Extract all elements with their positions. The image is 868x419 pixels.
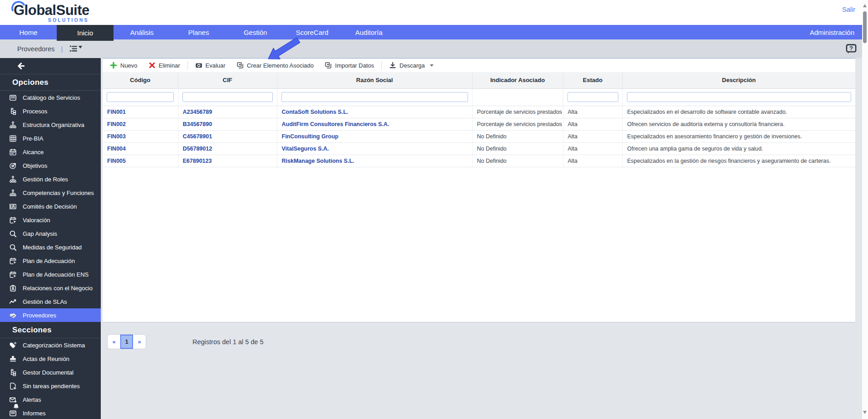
- sidebar-item-categorizacion-sistema[interactable]: Categorización Sistema: [0, 338, 101, 352]
- sidebar-item-medidas-de-seguridad[interactable]: Medidas de Seguridad: [0, 240, 101, 254]
- envelope-send-icon: [9, 396, 17, 404]
- breadcrumb-band: Proveedores | ?: [0, 39, 868, 58]
- filter-razon-social-input[interactable]: [281, 92, 468, 102]
- list-sort-icon[interactable]: [69, 44, 78, 53]
- nav-tab-gestion[interactable]: Gestión: [227, 25, 284, 39]
- cell-cif[interactable]: A23456789: [178, 106, 277, 118]
- copy-arrow-icon: [237, 62, 244, 69]
- cell-cif[interactable]: D56789012: [178, 142, 277, 155]
- catalog-icon: [9, 94, 17, 102]
- pager-prev-button[interactable]: «: [108, 335, 120, 349]
- sidebar-item-actas-de-reunion[interactable]: Actas de Reunión: [0, 352, 101, 365]
- hierarchy-icon: [9, 369, 17, 376]
- logout-link[interactable]: Salir: [842, 6, 855, 13]
- cell-codigo[interactable]: FIN005: [103, 155, 178, 167]
- sidebar-item-pre-bia[interactable]: Pre-BIA: [0, 132, 101, 145]
- sidebar-item-label: Actas de Reunión: [23, 356, 69, 362]
- badge-icon: [9, 284, 17, 292]
- cell-cif[interactable]: C45678901: [178, 130, 277, 142]
- sidebar-item-catalogo-de-servicios[interactable]: Catálogo de Servicios: [0, 91, 101, 104]
- sidebar-item-alcance[interactable]: Alcance: [0, 145, 101, 159]
- filter-descripcion-input[interactable]: [627, 92, 851, 102]
- sidebar-collapse-button[interactable]: [0, 58, 101, 74]
- sidebar-item-gap-analysis[interactable]: Gap Analysis: [0, 227, 101, 240]
- cell-descripcion: Ofrecen una amplia gama de seguros de vi…: [622, 142, 855, 155]
- breadcrumb: Proveedores: [17, 45, 54, 53]
- cell-codigo[interactable]: FIN004: [103, 142, 178, 155]
- scrollbar-thumb[interactable]: [863, 11, 867, 43]
- nav-tab-analisis[interactable]: Análisis: [113, 25, 170, 39]
- cell-razon[interactable]: AuditFirm Consultores Financieros S.A.: [277, 118, 472, 130]
- cell-razon[interactable]: ContaSoft Solutions S.L.: [277, 106, 472, 118]
- calendar-task-icon: [9, 271, 17, 278]
- sidebar-item-procesos[interactable]: Procesos: [0, 104, 101, 118]
- chevron-down-icon[interactable]: [79, 46, 82, 49]
- column-header-indicador-asociado[interactable]: Indicador Asociado: [472, 72, 563, 88]
- filter-codigo-input[interactable]: [107, 92, 174, 102]
- filter-estado-input[interactable]: [567, 92, 618, 102]
- toolbar-button-nuevo[interactable]: Nuevo: [104, 58, 143, 72]
- scrollbar-up-arrow-icon[interactable]: [863, 4, 867, 7]
- sidebar-item-label: Relaciones con el Negocio: [23, 285, 93, 292]
- cell-cif[interactable]: E67890123: [178, 155, 277, 167]
- nav-tab-planes[interactable]: Planes: [170, 25, 227, 39]
- help-icon[interactable]: ?: [845, 43, 857, 56]
- sidebar-item-comites-de-decision[interactable]: Comités de Decisión: [0, 200, 101, 213]
- sidebar-item-sin-tareas-pendientes[interactable]: Sin tareas pendientes: [0, 379, 101, 393]
- cell-indicador: No Definido: [472, 130, 563, 142]
- filter-cif-input[interactable]: [182, 92, 273, 102]
- cell-codigo[interactable]: FIN003: [103, 130, 178, 142]
- pagination-row: « 1 » Registros del 1 al 5 de 5: [103, 334, 868, 349]
- committee-icon: [9, 203, 17, 210]
- hierarchy-icon: [9, 107, 17, 115]
- table-row: FIN003C45678901FinConsulting GroupNo Def…: [103, 130, 855, 142]
- sidebar-item-plan-de-adecuacion-ens[interactable]: Plan de Adecuación ENS: [0, 268, 101, 281]
- sidebar-item-gestion-de-roles[interactable]: Gestión de Roles: [0, 172, 101, 186]
- column-header-razon-social[interactable]: Razón Social: [277, 72, 472, 88]
- doc-plus-icon: [9, 382, 17, 390]
- sidebar-item-valoracion[interactable]: Valoración: [0, 213, 101, 227]
- toolbar-button-importar-datos[interactable]: Importar Datos: [319, 58, 380, 72]
- toolbar-button-evaluar[interactable]: Evaluar: [190, 58, 231, 72]
- sidebar-item-proveedores[interactable]: Proveedores: [0, 308, 101, 322]
- cell-codigo[interactable]: FIN001: [103, 106, 178, 118]
- table-row: FIN004D56789012VitalSeguros S.A.No Defin…: [103, 142, 855, 155]
- cell-razon[interactable]: VitalSeguros S.A.: [277, 142, 472, 155]
- app-body: OpcionesCatálogo de ServiciosProcesosEst…: [0, 58, 868, 419]
- cell-razon[interactable]: RiskManage Solutions S.L.: [277, 155, 472, 167]
- pager-page-1-button[interactable]: 1: [120, 335, 133, 349]
- sidebar-item-relaciones-con-el-negocio[interactable]: Relaciones con el Negocio: [0, 281, 101, 295]
- sidebar-item-label: Estructura Organizativa: [23, 122, 84, 128]
- page-scrollbar[interactable]: [862, 0, 868, 419]
- table-header-row: CódigoCIFRazón SocialIndicador AsociadoE…: [103, 72, 855, 88]
- sidebar-item-label: Catálogo de Servicios: [23, 94, 80, 101]
- sidebar-item-label: Proveedores: [23, 312, 56, 319]
- nav-tab-administracion[interactable]: Administración: [796, 25, 868, 39]
- sidebar-item-gestor-documental[interactable]: Gestor Documental: [0, 365, 101, 379]
- toolbar-button-descarga[interactable]: Descarga: [384, 58, 439, 72]
- toolbar-button-label: Eliminar: [159, 62, 180, 69]
- column-header-estado[interactable]: Estado: [563, 72, 622, 88]
- cell-codigo[interactable]: FIN002: [103, 118, 178, 130]
- pager-next-button[interactable]: »: [133, 335, 146, 349]
- nav-tab-home[interactable]: Home: [0, 25, 57, 39]
- sidebar-item-estructura-organizativa[interactable]: Estructura Organizativa: [0, 118, 101, 132]
- table-row: FIN005E67890123RiskManage Solutions S.L.…: [103, 155, 855, 167]
- scrollbar-down-arrow-icon[interactable]: [863, 411, 867, 414]
- cell-razon[interactable]: FinConsulting Group: [277, 130, 472, 142]
- column-header-descripcion[interactable]: Descripción: [622, 72, 855, 88]
- column-header-codigo[interactable]: Código: [103, 72, 178, 88]
- plus-icon: [110, 62, 117, 69]
- sidebar-item-gestion-de-slas[interactable]: Gestión de SLAs: [0, 295, 101, 308]
- sidebar-item-objetivos[interactable]: Objetivos: [0, 159, 101, 172]
- pager: « 1 »: [107, 334, 146, 349]
- nav-tab-auditoria[interactable]: Auditoría: [340, 25, 397, 39]
- sidebar-item-competencias-y-funciones[interactable]: Competencias y Funciones: [0, 186, 101, 200]
- sidebar-item-plan-de-adecuacion[interactable]: Plan de Adecuación: [0, 254, 101, 268]
- toolbar-button-eliminar[interactable]: Eliminar: [143, 58, 186, 72]
- column-header-cif[interactable]: CIF: [178, 72, 277, 88]
- sidebar-item-alertas[interactable]: Alertas: [0, 393, 101, 406]
- cell-cif[interactable]: B34567890: [178, 118, 277, 130]
- nav-tab-inicio[interactable]: Inicio: [57, 25, 113, 41]
- sidebar: OpcionesCatálogo de ServiciosProcesosEst…: [0, 58, 101, 419]
